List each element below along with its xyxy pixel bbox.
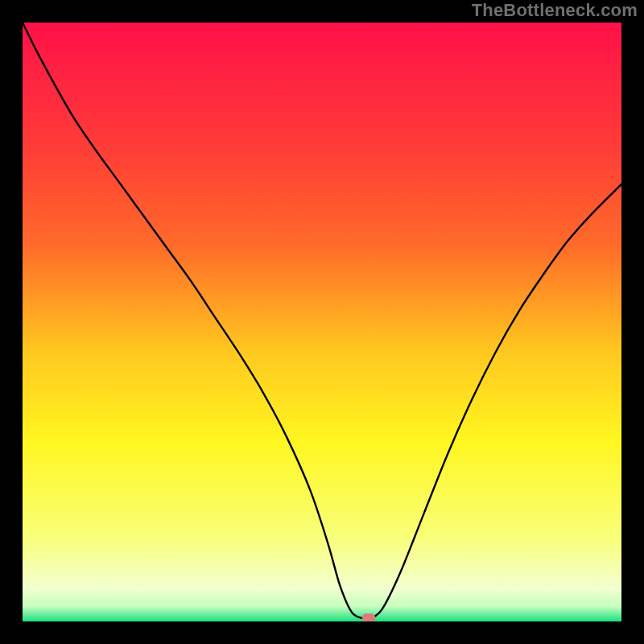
chart-frame: TheBottleneck.com: [0, 0, 644, 644]
chart-svg: [23, 23, 621, 621]
gradient-background: [23, 23, 621, 621]
optimal-point-marker: [362, 613, 375, 621]
plot-area: [23, 23, 621, 621]
watermark-label: TheBottleneck.com: [472, 0, 638, 21]
